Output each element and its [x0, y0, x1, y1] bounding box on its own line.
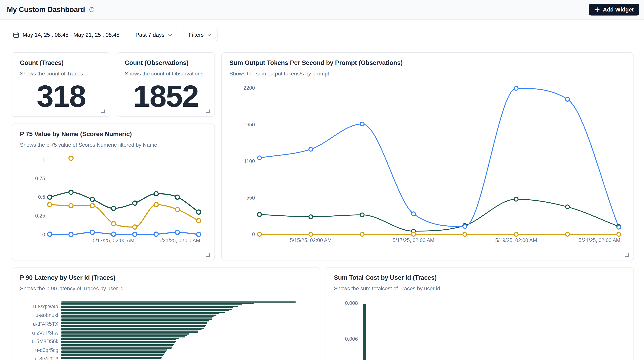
date-preset-label: Past 7 days	[136, 32, 164, 38]
chevron-down-icon	[207, 33, 212, 38]
dashboard-page: { "header": { "title": "My Custom Dashbo…	[0, 0, 644, 360]
widget-subtitle: Shows the count of Observations	[125, 71, 207, 77]
widget-total-cost: Sum Total Cost by User Id (Traces) Shows…	[326, 267, 634, 360]
widget-p75-scores: P 75 Value by Name (Scores Numeric) Show…	[12, 124, 215, 260]
p90-bar-chart: u-8sq2w4au-aobnuxfu-tFAR5TXu-zVqP3hwu-5M…	[12, 267, 320, 360]
chevron-down-icon	[168, 33, 172, 38]
svg-text:5/15/25, 02:00 AM: 5/15/25, 02:00 AM	[290, 237, 332, 243]
svg-text:u-5M8D56k: u-5M8D56k	[32, 338, 58, 344]
svg-text:0: 0	[42, 232, 45, 237]
resize-handle-icon[interactable]	[625, 253, 629, 257]
svg-text:0: 0	[252, 231, 255, 237]
svg-text:2200: 2200	[244, 85, 255, 91]
svg-text:1650: 1650	[244, 122, 255, 128]
filters-button[interactable]: Filters	[183, 29, 218, 41]
widget-subtitle: Shows the count of Traces	[20, 71, 102, 77]
count-traces-value: 318	[37, 81, 86, 111]
svg-text:u-8fVa9T3: u-8fVa9T3	[35, 356, 58, 360]
svg-text:5/17/25, 02:00 AM: 5/17/25, 02:00 AM	[93, 238, 134, 243]
svg-text:u-zVqP3hw: u-zVqP3hw	[32, 330, 58, 336]
svg-text:1: 1	[42, 157, 45, 163]
svg-text:5/19/25, 02:00 AM: 5/19/25, 02:00 AM	[495, 237, 537, 243]
resize-handle-icon[interactable]	[206, 110, 210, 113]
widget-title: Count (Traces)	[20, 59, 102, 67]
info-icon[interactable]	[89, 7, 94, 12]
add-widget-button[interactable]: Add Widget	[589, 4, 640, 16]
resize-handle-icon[interactable]	[206, 253, 210, 257]
widget-title: Count (Observations)	[125, 59, 207, 67]
svg-text:0.75: 0.75	[35, 176, 45, 181]
svg-text:550: 550	[246, 195, 255, 201]
svg-text:5/17/25, 02:00 AM: 5/17/25, 02:00 AM	[392, 237, 434, 243]
date-range-button[interactable]: May 14, 25 : 08:45 - May 21, 25 : 08:45	[7, 29, 125, 41]
widget-p90-latency: P 90 Latency by User Id (Traces) Shows t…	[12, 267, 320, 360]
tokens-line-chart: 05501100165022005/15/25, 02:00 AM5/17/25…	[222, 53, 634, 260]
filters-label: Filters	[189, 32, 204, 38]
date-preset-button[interactable]: Past 7 days	[130, 29, 178, 41]
svg-text:u-8sq2w4a: u-8sq2w4a	[33, 304, 58, 309]
svg-text:u-d3qr5cg: u-d3qr5cg	[35, 347, 58, 353]
page-title: My Custom Dashboard	[7, 6, 85, 14]
resize-handle-icon[interactable]	[102, 110, 105, 113]
widget-tokens-per-prompt: Sum Output Tokens Per Second by Prompt (…	[221, 52, 634, 260]
add-widget-label: Add Widget	[603, 7, 634, 13]
svg-text:1100: 1100	[244, 158, 255, 164]
plus-icon	[594, 7, 600, 13]
svg-text:0.008: 0.008	[345, 300, 358, 306]
count-observations-value: 1852	[133, 81, 198, 111]
widget-count-traces: Count (Traces) Shows the count of Traces…	[12, 52, 110, 117]
svg-text:0.25: 0.25	[35, 213, 45, 219]
cost-bar-chart: 0.0080.006	[326, 267, 634, 360]
svg-text:5/21/25, 02:00 AM: 5/21/25, 02:00 AM	[158, 238, 200, 243]
svg-text:u-aobnuxf: u-aobnuxf	[36, 312, 58, 318]
svg-text:0.5: 0.5	[38, 194, 45, 200]
calendar-icon	[13, 32, 20, 39]
date-range-value: May 14, 25 : 08:45 - May 21, 25 : 08:45	[22, 32, 120, 38]
svg-text:0.006: 0.006	[345, 336, 358, 342]
svg-text:u-tFAR5TX: u-tFAR5TX	[33, 321, 58, 327]
topbar: My Custom Dashboard Add Widget	[0, 0, 644, 20]
toolbar: May 14, 25 : 08:45 - May 21, 25 : 08:45 …	[7, 29, 218, 41]
widget-count-observations: Count (Observations) Shows the count of …	[117, 52, 215, 117]
p75-line-chart: 00.250.50.7515/17/25, 02:00 AM5/21/25, 0…	[12, 124, 214, 260]
svg-text:5/21/25, 02:00 AM: 5/21/25, 02:00 AM	[578, 237, 620, 243]
